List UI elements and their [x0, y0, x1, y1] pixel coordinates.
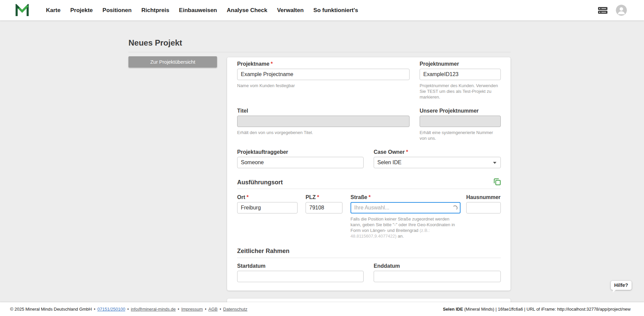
strasse-input[interactable] — [351, 202, 461, 213]
required-asterisk: * — [247, 194, 249, 200]
startdatum-input[interactable] — [237, 271, 364, 282]
required-asterisk: * — [317, 194, 319, 200]
separator-dot: • — [94, 307, 96, 312]
help-button[interactable]: Hilfe? — [611, 281, 632, 290]
copy-icon[interactable] — [493, 177, 502, 187]
field-enddatum: Enddatum — [374, 263, 501, 282]
strasse-helper-text-end: an. — [396, 234, 404, 239]
strasse-label: Straße* — [351, 194, 461, 201]
top-navbar: Karte Projekte Positionen Richtpreis Ein… — [0, 0, 644, 20]
section-title-zeitlicher-rahmen: Zeitlicher Rahmen — [237, 248, 289, 255]
navbar-actions — [598, 5, 627, 16]
new-project-form-card: Projektname* Name vom Kunden festlegbar … — [227, 57, 511, 291]
startdatum-label: Startdatum — [237, 263, 364, 269]
hausnummer-input[interactable] — [466, 202, 501, 213]
footer-link-impressum[interactable]: Impressum — [181, 307, 203, 312]
unsere-projektnummer-helper: Erhält eine systemgenerierte Nummer von … — [420, 130, 501, 141]
hausnummer-label-text: Hausnummer — [466, 194, 500, 200]
required-asterisk: * — [406, 149, 408, 155]
ort-label-text: Ort — [237, 194, 245, 200]
strasse-label-text: Straße — [351, 194, 367, 200]
footer-link-agb[interactable]: AGB — [208, 307, 217, 312]
person-icon — [616, 5, 627, 16]
field-case-owner: Case Owner* Selen IDE — [374, 149, 501, 168]
separator-dot: • — [220, 307, 221, 312]
case-owner-label: Case Owner* — [374, 149, 501, 155]
nav-item-karte[interactable]: Karte — [46, 7, 60, 14]
section-divider — [237, 258, 501, 258]
strasse-helper: Falls die Position keiner Straße zugeord… — [351, 216, 461, 239]
field-plz: PLZ* — [306, 194, 342, 213]
brand-logo[interactable] — [15, 4, 29, 17]
nav-item-einbauweisen[interactable]: Einbauweisen — [179, 7, 217, 14]
hausnummer-label: Hausnummer — [466, 194, 501, 201]
field-unsere-projektnummer: Unsere Projektnummer Erhält eine systemg… — [420, 108, 501, 141]
field-strasse: Straße* Falls die Position keiner Straße… — [351, 194, 461, 239]
plz-label: PLZ* — [306, 194, 342, 201]
nav-item-analyse-check[interactable]: Analyse Check — [227, 7, 267, 14]
projektauftraggeber-label-text: Projektauftraggeber — [237, 149, 288, 155]
titel-label: Titel — [237, 108, 410, 114]
projektname-label-text: Projektname — [237, 61, 269, 67]
required-asterisk: * — [369, 194, 371, 200]
separator-dot: • — [127, 307, 129, 312]
enddatum-label: Enddatum — [374, 263, 501, 269]
field-ort: Ort* — [237, 194, 298, 213]
footer: © 2025 Mineral Minds Deutschland GmbH • … — [0, 302, 644, 316]
separator-dot: • — [205, 307, 207, 312]
projektauftraggeber-input[interactable] — [237, 157, 364, 168]
projektnummer-input[interactable] — [420, 69, 501, 80]
footer-link-phone[interactable]: 07151/250100 — [97, 307, 125, 312]
plz-input[interactable] — [306, 202, 342, 213]
session-user: Selen IDE — [443, 307, 463, 312]
case-owner-select[interactable]: Selen IDE — [374, 157, 501, 168]
main-nav: Karte Projekte Positionen Richtpreis Ein… — [46, 7, 358, 14]
titel-input — [237, 116, 410, 127]
ort-input[interactable] — [237, 202, 298, 213]
loading-spinner-icon — [452, 205, 458, 210]
back-to-project-overview-button[interactable]: Zur Projektübersicht — [128, 56, 217, 67]
server-icon[interactable] — [598, 7, 608, 14]
nav-item-positionen[interactable]: Positionen — [103, 7, 132, 14]
enddatum-label-text: Enddatum — [374, 263, 400, 269]
unsere-projektnummer-label: Unsere Projektnummer — [420, 108, 501, 114]
titel-label-text: Titel — [237, 108, 248, 114]
strasse-input-wrap — [351, 202, 461, 213]
title-divider — [128, 52, 511, 52]
startdatum-label-text: Startdatum — [237, 263, 265, 269]
field-hausnummer: Hausnummer — [466, 194, 501, 213]
footer-link-email[interactable]: info@mineral-minds.de — [131, 307, 176, 312]
unsere-projektnummer-label-text: Unsere Projektnummer — [420, 108, 479, 114]
strasse-helper-text: Falls die Position keiner Straße zugeord… — [351, 216, 455, 233]
enddatum-input[interactable] — [374, 271, 501, 282]
required-asterisk: * — [271, 61, 273, 67]
chevron-down-icon — [493, 162, 496, 164]
footer-session-info: Selen IDE (Mineral Minds) | 16fae1ffc6a6… — [443, 307, 631, 312]
case-owner-label-text: Case Owner — [374, 149, 405, 155]
page-title: Neues Projekt — [128, 38, 182, 48]
field-projektauftraggeber: Projektauftraggeber — [237, 149, 364, 168]
section-title-ausfuehrungsort: Ausführungsort — [237, 179, 283, 186]
next-card-sliver — [227, 299, 511, 302]
nav-item-projekte[interactable]: Projekte — [70, 7, 93, 14]
nav-item-richtpreis[interactable]: Richtpreis — [141, 7, 169, 14]
nav-item-so-funktionierts[interactable]: So funktioniert's — [313, 7, 358, 14]
projektname-label: Projektname* — [237, 61, 410, 67]
projektnummer-label: Projektnummer — [420, 61, 501, 67]
nav-item-verwalten[interactable]: Verwalten — [277, 7, 304, 14]
separator-dot: • — [178, 307, 179, 312]
user-avatar[interactable] — [616, 5, 627, 16]
plz-label-text: PLZ — [306, 194, 316, 200]
unsere-projektnummer-input — [420, 116, 501, 127]
footer-link-datenschutz[interactable]: Datenschutz — [223, 307, 247, 312]
brand-logo-icon — [15, 4, 29, 17]
app-root: Karte Projekte Positionen Richtpreis Ein… — [0, 0, 644, 316]
projektnummer-helper: Projektnummer des Kunden. Verwenden Sie … — [420, 83, 501, 100]
section-divider — [237, 189, 501, 189]
field-projektnummer: Projektnummer Projektnummer des Kunden. … — [420, 61, 501, 100]
projektname-input[interactable] — [237, 69, 410, 80]
case-owner-selected-value: Selen IDE — [377, 160, 401, 166]
help-button-label: Hilfe? — [614, 282, 628, 288]
ort-label: Ort* — [237, 194, 298, 201]
field-projektname: Projektname* Name vom Kunden festlegbar — [237, 61, 410, 88]
